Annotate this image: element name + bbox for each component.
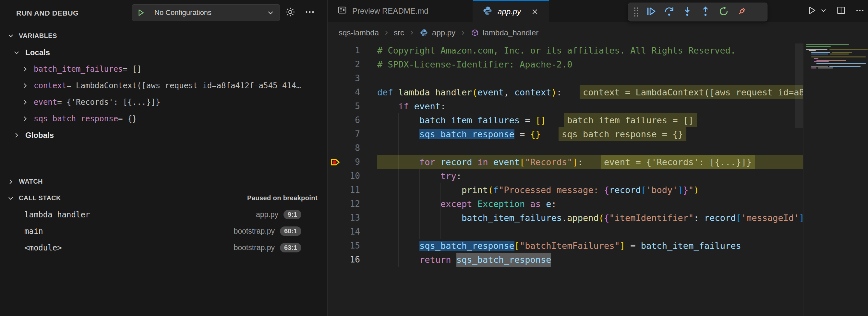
code-line-13[interactable]: 13 batch_item_failures.append({"itemIden… [328, 211, 803, 225]
gear-icon[interactable] [285, 6, 296, 18]
line-content[interactable]: sqs_batch_response = {}sqs_batch_respons… [377, 127, 803, 141]
tab-app-py[interactable]: app.py [473, 0, 549, 22]
step-into-button[interactable] [680, 5, 695, 19]
line-number: 11 [328, 183, 360, 197]
code-line-15[interactable]: 15 sqs_batch_response["batchItemFailures… [328, 239, 803, 253]
scope-label: Globals [25, 131, 54, 140]
line-number: 3 [328, 71, 360, 85]
run-dropdown-button[interactable] [820, 7, 827, 15]
sidebar-header: RUN AND DEBUG No Configurations [0, 0, 327, 25]
code-token: = [515, 129, 530, 139]
code-line-1[interactable]: 1# Copyright Amazon.com, Inc. or its aff… [328, 43, 803, 57]
more-button[interactable] [855, 5, 865, 17]
code-token: ( [472, 87, 477, 97]
code-line-14[interactable]: 14 [328, 225, 803, 239]
variables-pane-title: VARIABLES [19, 32, 57, 39]
editor-area: Preview README.mdapp.py sqs-lambdasrcapp… [328, 0, 868, 316]
minimap-line [829, 66, 861, 67]
variable-name: batch_item_failures [34, 65, 123, 74]
variable-name: sqs_batch_response [34, 114, 118, 123]
run-button[interactable] [807, 5, 817, 17]
line-content[interactable] [377, 141, 803, 155]
code-line-10[interactable]: 10 try: [328, 169, 803, 183]
code-line-11[interactable]: 11 print(f"Processed message: {record['b… [328, 183, 803, 197]
start-debugging-icon[interactable] [132, 4, 149, 21]
variables-tree: Localsbatch_item_failures = []context = … [0, 44, 327, 144]
line-content[interactable]: sqs_batch_response["batchItemFailures"] … [377, 239, 803, 253]
line-content[interactable] [377, 71, 803, 85]
code-line-3[interactable]: 3 [328, 71, 803, 85]
close-icon[interactable] [531, 7, 539, 16]
breadcrumb-item-src[interactable]: src [394, 28, 404, 37]
code-line-8[interactable]: 8 [328, 141, 803, 155]
call-stack-pane-header[interactable]: CALL STACK Paused on breakpoint [0, 190, 327, 206]
launch-config-dropdown[interactable]: No Configurations [132, 4, 280, 21]
code-token: ] [799, 213, 803, 223]
step-over-icon [664, 6, 675, 18]
minimap[interactable] [803, 43, 868, 316]
frame-position-badge: 60:1 [280, 226, 301, 236]
toolbar-drag-grip-icon[interactable] [634, 7, 638, 17]
breadcrumb-item-app-py[interactable]: app.py [419, 28, 456, 38]
line-content[interactable]: return sqs_batch_response [377, 253, 803, 267]
frame-position-badge: 63:1 [280, 243, 301, 252]
tab-preview-readme-md[interactable]: Preview README.md [328, 0, 473, 22]
continue-button[interactable] [643, 5, 659, 19]
line-content[interactable]: try: [377, 169, 803, 183]
variables-scope-row[interactable]: Locals [0, 44, 327, 61]
call-stack-frame-row[interactable]: <module>bootstrap.py63:1 [0, 240, 327, 256]
code-token: def [377, 87, 398, 97]
code-line-9[interactable]: 9 for record in event["Records"]:event =… [328, 155, 803, 169]
split-editor-button[interactable] [836, 5, 846, 17]
code-token: { [604, 213, 609, 223]
breadcrumb-item-lambda-handler[interactable]: lambda_handler [470, 28, 538, 37]
line-content[interactable]: if event: [377, 99, 803, 113]
code-line-16[interactable]: 16 return sqs_batch_response [328, 253, 803, 267]
scrollbar-shadow [795, 43, 803, 128]
restart-button[interactable] [716, 5, 732, 19]
editor-actions [807, 0, 865, 22]
chevron-collapsed-icon [7, 178, 14, 185]
variable-row[interactable]: sqs_batch_response = {} [0, 110, 327, 127]
code-line-4[interactable]: 4def lambda_handler(event, context):cont… [328, 85, 803, 99]
variables-scope-row[interactable]: Globals [0, 127, 327, 144]
watch-pane-header[interactable]: WATCH [0, 173, 327, 190]
line-content[interactable]: for record in event["Records"]:event = {… [377, 155, 803, 169]
step-over-button[interactable] [661, 5, 677, 19]
code-token: 'messageId' [741, 213, 799, 223]
line-content[interactable]: batch_item_failures.append({"itemIdentif… [377, 211, 803, 225]
line-content[interactable]: # Copyright Amazon.com, Inc. or its affi… [377, 43, 803, 57]
variable-value: = {'Records': [{...}]} [57, 98, 160, 107]
disconnect-button[interactable] [734, 5, 750, 19]
call-stack-frame-row[interactable]: lambda_handlerapp.py9:1 [0, 206, 327, 223]
code-lines[interactable]: 1# Copyright Amazon.com, Inc. or its aff… [328, 43, 803, 316]
variable-row[interactable]: context = LambdaContext([aws_request_id=… [0, 77, 327, 94]
code-line-5[interactable]: 5 if event: [328, 99, 803, 113]
code-line-12[interactable]: 12 except Exception as e: [328, 197, 803, 211]
call-stack-frame-row[interactable]: mainbootstrap.py60:1 [0, 223, 327, 240]
code-token: : [693, 213, 704, 223]
line-number: 1 [328, 43, 360, 57]
variable-row[interactable]: batch_item_failures = [] [0, 61, 327, 77]
more-actions-icon[interactable] [304, 6, 315, 18]
code-token: : [456, 171, 462, 181]
code-token: for [420, 157, 440, 167]
debug-inline-value: batch_item_failures = [] [564, 113, 697, 127]
step-out-button[interactable] [698, 5, 713, 19]
code-line-2[interactable]: 2# SPDX-License-Identifier: Apache-2.0 [328, 57, 803, 71]
code-line-6[interactable]: 6 batch_item_failures = []batch_item_fai… [328, 113, 803, 127]
line-content[interactable]: # SPDX-License-Identifier: Apache-2.0 [377, 57, 803, 71]
line-content[interactable]: batch_item_failures = []batch_item_failu… [377, 113, 803, 127]
line-content[interactable]: except Exception as e: [377, 197, 803, 211]
code-editor[interactable]: 1# Copyright Amazon.com, Inc. or its aff… [328, 43, 868, 316]
breadcrumb-item-sqs-lambda[interactable]: sqs-lambda [339, 28, 379, 37]
variable-row[interactable]: event = {'Records': [{...}]} [0, 94, 327, 110]
line-content[interactable]: print(f"Processed message: {record['body… [377, 183, 803, 197]
debug-inline-value: sqs_batch_response = {} [559, 127, 686, 141]
code-line-7[interactable]: 7 sqs_batch_response = {}sqs_batch_respo… [328, 127, 803, 141]
line-content[interactable]: def lambda_handler(event, context):conte… [377, 85, 803, 99]
line-content[interactable] [377, 225, 803, 239]
variables-pane-header[interactable]: VARIABLES [0, 30, 327, 41]
code-token: # SPDX-License-Identifier: Apache-2.0 [377, 59, 572, 69]
variable-value: = [] [123, 65, 142, 74]
